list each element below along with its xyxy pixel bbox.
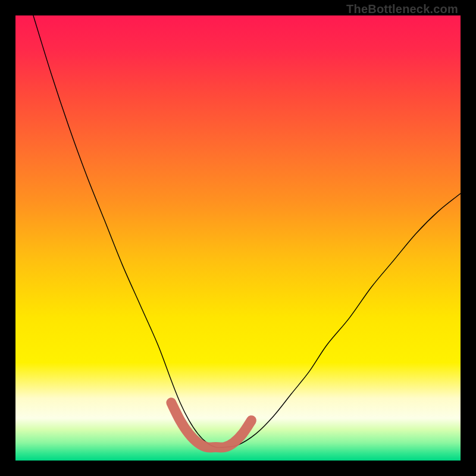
outer-frame: TheBottleneck.com	[0, 0, 476, 476]
chart-lines	[15, 15, 461, 461]
main-curve	[33, 15, 461, 447]
watermark-text: TheBottleneck.com	[346, 2, 458, 16]
plot-area	[15, 15, 461, 461]
